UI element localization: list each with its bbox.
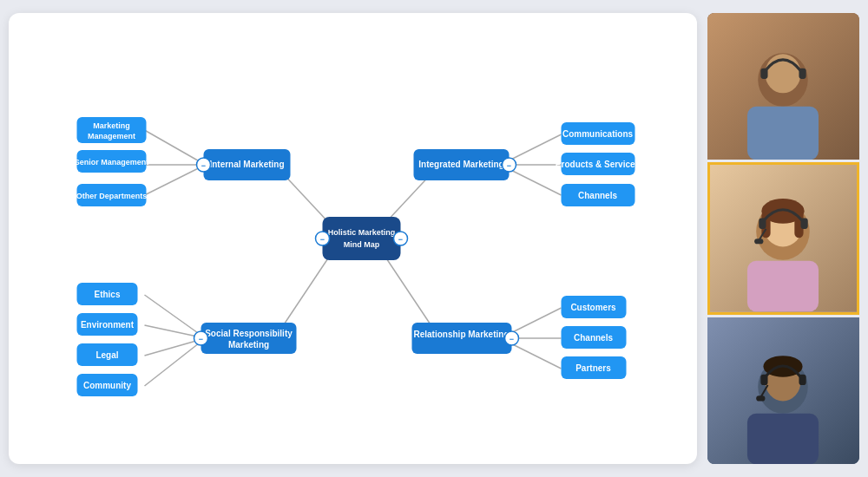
svg-line-4: [145, 130, 206, 165]
video-panel: [707, 13, 859, 464]
mind-map-panel: Holistic Marketing Mind Map − − Internal…: [9, 13, 697, 464]
svg-text:Partners: Partners: [575, 363, 611, 373]
video-tile-1[interactable]: [707, 13, 859, 160]
svg-text:Management: Management: [88, 132, 135, 140]
svg-text:Communications: Communications: [562, 129, 634, 139]
svg-text:Channels: Channels: [574, 333, 613, 343]
mind-map-svg: Holistic Marketing Mind Map − − Internal…: [9, 13, 697, 464]
svg-text:Legal: Legal: [95, 350, 118, 360]
svg-text:Community: Community: [83, 381, 131, 390]
svg-text:Senior Management: Senior Management: [75, 158, 149, 167]
svg-text:Marketing: Marketing: [93, 121, 130, 130]
svg-text:Mind Map: Mind Map: [344, 240, 380, 249]
svg-text:Holistic Marketing: Holistic Marketing: [328, 228, 396, 237]
svg-text:Products & Services: Products & Services: [556, 160, 641, 169]
svg-text:Internal Marketing: Internal Marketing: [209, 160, 284, 169]
svg-text:−: −: [507, 161, 511, 170]
svg-line-6: [145, 165, 206, 195]
svg-text:−: −: [201, 161, 206, 170]
svg-rect-86: [754, 239, 763, 245]
svg-rect-74: [799, 69, 806, 79]
svg-text:Relationship Marketing: Relationship Marketing: [413, 330, 509, 339]
svg-rect-96: [756, 395, 765, 401]
svg-text:−: −: [199, 335, 203, 343]
svg-rect-93: [760, 374, 767, 384]
svg-rect-72: [747, 107, 819, 160]
svg-rect-73: [760, 69, 767, 79]
svg-text:−: −: [320, 235, 325, 244]
svg-rect-82: [747, 261, 819, 311]
svg-text:Channels: Channels: [578, 191, 617, 200]
video-tile-3[interactable]: [707, 317, 859, 464]
svg-text:−: −: [510, 335, 514, 343]
svg-rect-94: [799, 374, 806, 384]
svg-text:Ethics: Ethics: [94, 290, 120, 299]
svg-text:Other Departments: Other Departments: [76, 192, 148, 200]
svg-rect-17: [323, 217, 401, 260]
svg-text:−: −: [398, 235, 403, 244]
svg-rect-92: [747, 413, 819, 463]
svg-text:Environment: Environment: [81, 320, 135, 330]
svg-text:Customers: Customers: [570, 303, 616, 312]
svg-text:Marketing: Marketing: [228, 340, 269, 350]
svg-line-10: [145, 338, 206, 386]
svg-text:Social Responsibility: Social Responsibility: [205, 329, 293, 338]
svg-rect-84: [801, 219, 808, 229]
svg-text:Integrated Marketing: Integrated Marketing: [418, 160, 503, 169]
main-container: Holistic Marketing Mind Map − − Internal…: [9, 13, 859, 464]
video-tile-2[interactable]: [707, 162, 859, 314]
svg-rect-83: [759, 219, 766, 229]
